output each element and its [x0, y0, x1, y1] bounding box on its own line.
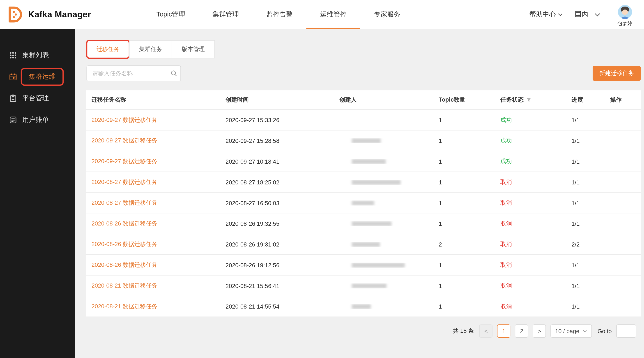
task-name-cell: 2020-09-27 数据迁移任务: [86, 158, 220, 165]
tab-cluster-tasks[interactable]: 集群任务: [129, 40, 172, 59]
progress-value: 1/1: [566, 262, 604, 268]
status-badge: 取消: [494, 303, 566, 310]
redacted-creator: [352, 304, 371, 309]
created-time: 2020-08-21 15:56:41: [220, 282, 334, 289]
chevron-down-icon: [595, 13, 599, 16]
task-name-link[interactable]: 2020-08-26 数据迁移任务: [92, 261, 158, 269]
app-title: Kafka Manager: [28, 10, 91, 20]
nav-expert-service[interactable]: 专家服务: [360, 0, 414, 29]
tab-migration-tasks[interactable]: 迁移任务: [86, 40, 130, 59]
task-search-input[interactable]: [87, 70, 170, 77]
help-center-menu[interactable]: 帮助中心: [530, 10, 562, 19]
col-task-status: 任务状态: [494, 96, 566, 104]
progress-value: 1/1: [566, 303, 604, 310]
chevron-down-icon: [583, 329, 587, 332]
task-search-box: [86, 66, 181, 81]
task-name-cell: 2020-08-27 数据迁移任务: [86, 178, 220, 186]
task-name-link[interactable]: 2020-09-27 数据迁移任务: [92, 116, 158, 124]
task-name-link[interactable]: 2020-08-21 数据迁移任务: [92, 282, 158, 289]
creator-cell: [334, 200, 433, 205]
migration-tasks-table: 迁移任务名称 创建时间 创建人 Topic数量 任务状态 进度 操作 2020-…: [86, 90, 640, 317]
table-header-row: 迁移任务名称 创建时间 创建人 Topic数量 任务状态 进度 操作: [86, 90, 640, 110]
sidebar-item-cluster-list[interactable]: 集群列表: [0, 44, 75, 66]
col-topic-count: Topic数量: [433, 96, 494, 104]
tab-bar: 迁移任务 集群任务 版本管理: [86, 40, 641, 59]
app-root: Kafka Manager Topic管理 集群管理 监控告警 运维管控 专家服…: [0, 0, 644, 358]
progress-value: 1/1: [566, 220, 604, 227]
task-name-link[interactable]: 2020-08-27 数据迁移任务: [92, 178, 158, 186]
task-name-link[interactable]: 2020-09-27 数据迁移任务: [92, 158, 158, 165]
task-name-cell: 2020-08-21 数据迁移任务: [86, 282, 220, 289]
redacted-creator: [352, 221, 392, 226]
status-badge: 取消: [494, 199, 566, 207]
topic-count: 1: [433, 220, 494, 227]
status-badge: 取消: [494, 220, 566, 227]
table-row: 2020-08-27 数据迁移任务 2020-08-27 18:25:02 1 …: [86, 172, 640, 193]
task-name-cell: 2020-09-27 数据迁移任务: [86, 137, 220, 144]
prev-page-button[interactable]: <: [480, 324, 493, 338]
created-time: 2020-08-27 18:25:02: [220, 179, 334, 185]
nav-cluster-manage[interactable]: 集群管理: [199, 0, 253, 29]
topic-count: 1: [433, 137, 494, 144]
table-body: 2020-09-27 数据迁移任务 2020-09-27 15:33:26 1 …: [86, 110, 640, 317]
create-migration-task-button[interactable]: 新建迁移任务: [592, 66, 640, 81]
user-billing-icon: [9, 116, 17, 124]
task-name-cell: 2020-08-26 数据迁移任务: [86, 240, 220, 248]
user-name: 包梦婷: [618, 20, 632, 27]
region-menu[interactable]: 国内: [575, 10, 599, 19]
status-badge: 成功: [494, 116, 566, 124]
redacted-creator: [352, 242, 380, 247]
table-row: 2020-08-21 数据迁移任务 2020-08-21 15:56:41 1 …: [86, 276, 640, 296]
sidebar-item-platform-manage[interactable]: 平台管理: [0, 87, 75, 109]
task-name-cell: 2020-09-27 数据迁移任务: [86, 116, 220, 124]
topic-count: 1: [433, 117, 494, 123]
task-name-link[interactable]: 2020-08-27 数据迁移任务: [92, 199, 158, 207]
status-badge: 成功: [494, 158, 566, 165]
goto-page-input[interactable]: [616, 324, 636, 338]
status-badge: 取消: [494, 282, 566, 289]
creator-cell: [334, 242, 433, 247]
main-nav: Topic管理 集群管理 监控告警 运维管控 专家服务: [143, 0, 414, 29]
progress-value: 1/1: [566, 282, 604, 289]
goto-label: Go to: [598, 328, 612, 334]
tab-version-manage[interactable]: 版本管理: [172, 40, 215, 59]
creator-cell: [334, 304, 433, 309]
topic-count: 1: [433, 282, 494, 289]
page-size-select[interactable]: 10 / page: [551, 324, 592, 338]
redacted-creator: [352, 138, 381, 143]
sidebar-item-user-billing[interactable]: 用户账单: [0, 109, 75, 131]
nav-topic-manage[interactable]: Topic管理: [143, 0, 199, 29]
progress-value: 1/1: [566, 137, 604, 144]
progress-value: 2/2: [566, 241, 604, 247]
topic-count: 1: [433, 179, 494, 185]
filter-icon[interactable]: [526, 97, 532, 103]
next-page-button[interactable]: >: [533, 324, 546, 338]
col-creator: 创建人: [334, 96, 433, 104]
content: 迁移任务 集群任务 版本管理 新建迁移任务 迁移任务名称 创建时间 创建人 To…: [75, 29, 644, 358]
nav-monitor-alert[interactable]: 监控告警: [252, 0, 306, 29]
header-right: 帮助中心 国内 包梦婷: [530, 0, 638, 29]
created-time: 2020-08-21 14:55:54: [220, 303, 334, 310]
status-badge: 取消: [494, 178, 566, 186]
task-name-link[interactable]: 2020-08-26 数据迁移任务: [92, 240, 158, 248]
redacted-creator: [352, 262, 405, 267]
created-time: 2020-09-27 15:28:58: [220, 137, 334, 144]
task-name-link[interactable]: 2020-08-26 数据迁移任务: [92, 220, 158, 227]
page-button-2[interactable]: 2: [515, 324, 528, 338]
task-name-cell: 2020-08-26 数据迁移任务: [86, 220, 220, 227]
task-name-link[interactable]: 2020-09-27 数据迁移任务: [92, 137, 158, 144]
table-row: 2020-09-27 数据迁移任务 2020-09-27 15:28:58 1 …: [86, 131, 640, 151]
user-profile[interactable]: 包梦婷: [612, 5, 638, 27]
status-badge: 取消: [494, 261, 566, 269]
progress-value: 1/1: [566, 200, 604, 206]
user-avatar[interactable]: [618, 5, 632, 19]
nav-ops-control[interactable]: 运维管控: [306, 0, 360, 29]
task-name-link[interactable]: 2020-08-21 数据迁移任务: [92, 303, 158, 310]
total-count: 共 18 条: [453, 327, 474, 335]
chevron-down-icon: [558, 13, 562, 16]
page-button-1[interactable]: 1: [497, 324, 510, 338]
table-row: 2020-09-27 数据迁移任务 2020-09-27 15:33:26 1 …: [86, 110, 640, 131]
table-row: 2020-09-27 数据迁移任务 2020-09-27 10:18:41 1 …: [86, 151, 640, 172]
topic-count: 2: [433, 241, 494, 247]
sidebar-item-cluster-ops[interactable]: 集群运维: [0, 66, 75, 87]
